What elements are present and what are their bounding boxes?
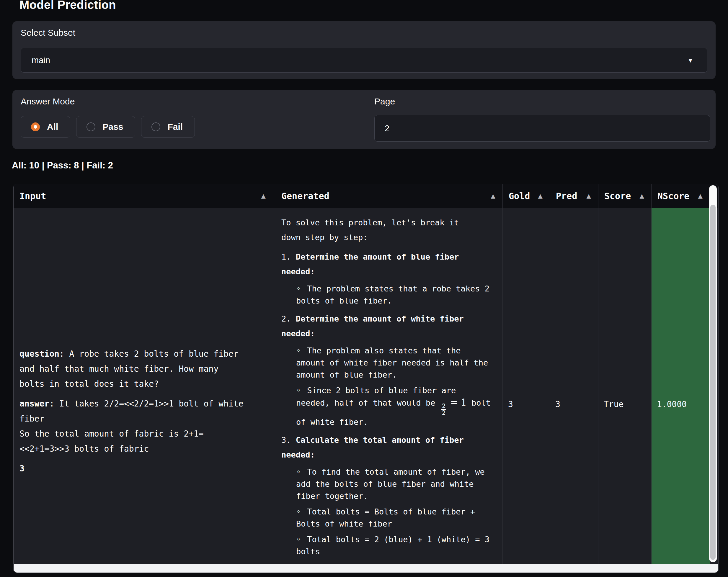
input-paragraph: 3 xyxy=(20,461,261,476)
page-input-value: 2 xyxy=(385,123,389,133)
app-root: Model Prediction Select Subset main ▼ An… xyxy=(0,0,728,577)
controls-panel: Answer Mode AllPassFail Page 2 xyxy=(12,90,716,149)
cell-gold[interactable]: 3 xyxy=(502,208,550,564)
radio-option-all[interactable]: All xyxy=(21,116,70,138)
radio-label: Pass xyxy=(102,122,123,132)
bullet-icon: ◦ xyxy=(296,284,301,293)
column-label: Input xyxy=(20,191,46,201)
sort-icon: ▲ xyxy=(538,192,543,199)
cell-pred[interactable]: 3 xyxy=(550,208,598,564)
page-label: Page xyxy=(374,97,395,107)
subset-select[interactable]: main ▼ xyxy=(21,48,707,73)
sort-icon: ▲ xyxy=(640,192,644,199)
sort-icon: ▲ xyxy=(587,192,591,199)
sort-icon: ▲ xyxy=(491,192,495,199)
bullet-icon: ◦ xyxy=(296,346,301,355)
radio-option-fail[interactable]: Fail xyxy=(141,116,195,138)
cell-score[interactable]: True xyxy=(598,208,651,564)
summary-stats: All: 10 | Pass: 8 | Fail: 2 xyxy=(12,160,113,171)
cell-input[interactable]: question: A robe takes 2 bolts of blue f… xyxy=(14,208,273,564)
generated-bullet: ◦The problem also states that the amount… xyxy=(296,345,493,381)
bullet-icon: ◦ xyxy=(296,507,301,516)
sort-icon: ▲ xyxy=(261,192,266,199)
column-label: Pred xyxy=(556,191,577,201)
radio-circle-icon xyxy=(152,122,160,131)
generated-intro: To solve this problem, let's break it do… xyxy=(281,215,478,245)
fraction: 22 xyxy=(441,403,446,416)
horizontal-scrollbar[interactable] xyxy=(14,564,718,573)
subset-selected-value: main xyxy=(32,55,50,65)
table-header: Input▲Generated▲Gold▲Pred▲Score▲NScore▲ xyxy=(14,184,718,208)
generated-step-title: 3. Calculate the total amount of fiber n… xyxy=(281,433,478,462)
column-header-pred[interactable]: Pred▲ xyxy=(550,184,598,208)
column-header-input[interactable]: Input▲ xyxy=(14,184,273,208)
column-header-gold[interactable]: Gold▲ xyxy=(502,184,550,208)
generated-bullet: ◦Since 2 bolts of blue fiber are needed,… xyxy=(296,384,493,428)
generated-bullet: ◦To find the total amount of fiber, we a… xyxy=(296,466,493,502)
column-label: NScore xyxy=(657,191,689,201)
column-header-generated[interactable]: Generated▲ xyxy=(273,184,502,208)
vertical-scrollbar-thumb[interactable] xyxy=(710,205,716,560)
subset-panel: Select Subset main ▼ xyxy=(12,21,716,79)
cell-nscore[interactable]: 1.0000 xyxy=(651,208,710,564)
subset-label: Select Subset xyxy=(21,28,75,38)
generated-bullet: ◦The problem states that a robe takes 2 … xyxy=(296,283,493,307)
bullet-icon: ◦ xyxy=(296,467,301,476)
results-table: Input▲Generated▲Gold▲Pred▲Score▲NScore▲ … xyxy=(13,184,719,573)
answer-mode-label: Answer Mode xyxy=(21,97,75,107)
page-input[interactable]: 2 xyxy=(374,115,710,142)
column-label: Generated xyxy=(281,191,330,201)
chevron-down-icon: ▼ xyxy=(687,57,694,63)
column-label: Score xyxy=(604,191,631,201)
generated-bullet: ◦Total bolts = Bolts of blue fiber + Bol… xyxy=(296,505,493,530)
column-header-nscore[interactable]: NScore▲ xyxy=(651,184,710,208)
table-row: question: A robe takes 2 bolts of blue f… xyxy=(14,208,718,564)
bullet-icon: ◦ xyxy=(296,535,301,544)
column-header-score[interactable]: Score▲ xyxy=(598,184,651,208)
column-label: Gold xyxy=(509,191,530,201)
radio-circle-icon xyxy=(86,122,95,131)
sort-icon: ▲ xyxy=(698,192,703,199)
page-title: Model Prediction xyxy=(20,0,116,11)
input-paragraph: answer: It takes 2/2=<<2/2=1>>1 bolt of … xyxy=(20,396,261,456)
input-paragraph: question: A robe takes 2 bolts of blue f… xyxy=(20,346,261,391)
radio-option-pass[interactable]: Pass xyxy=(76,116,135,138)
vertical-scrollbar[interactable] xyxy=(709,185,717,562)
answer-mode-radiogroup: AllPassFail xyxy=(21,116,195,138)
bullet-icon: ◦ xyxy=(296,386,301,395)
generated-step-title: 2. Determine the amount of white fiber n… xyxy=(281,311,478,341)
cell-generated[interactable]: To solve this problem, let's break it do… xyxy=(273,208,502,564)
generated-step-title: 1. Determine the amount of blue fiber ne… xyxy=(281,250,478,279)
radio-label: Fail xyxy=(167,122,183,132)
radio-circle-icon xyxy=(31,122,40,131)
generated-bullet: ◦Total bolts = 2 (blue) + 1 (white) = 3 … xyxy=(296,533,493,557)
radio-label: All xyxy=(47,122,58,132)
